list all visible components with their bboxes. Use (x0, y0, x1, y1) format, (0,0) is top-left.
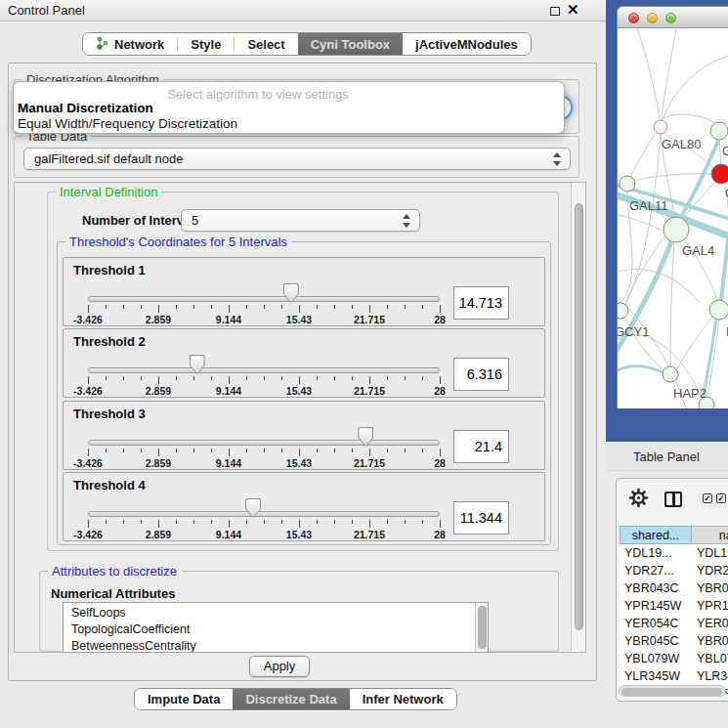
network-node[interactable] (620, 176, 635, 192)
numerical-attributes-list: SelfLoops TopologicalCoefficient Between… (63, 602, 489, 653)
dropdown-option-manual[interactable]: Manual Discretization (18, 101, 153, 115)
node-label: GCY1 (618, 324, 649, 339)
table-rows: YDL19...YDL19...YDR27...YDR27...YBR043CY… (620, 544, 728, 694)
bottom-tab-bar: Impute Data Discretize Data Infer Networ… (134, 688, 457, 710)
scrollbar-thumb[interactable] (478, 606, 487, 649)
columns-icon[interactable] (664, 492, 682, 507)
table-row[interactable]: YDL19...YDL19... (620, 544, 728, 562)
tab-label: Infer Network (363, 692, 444, 707)
tab-select[interactable]: Select (235, 33, 297, 55)
table-panel-title: Table Panel (633, 450, 700, 464)
cell-shared-name: YPR145W (624, 597, 692, 615)
node-label: GAL4 (682, 243, 714, 258)
cell-name: YDR27... (697, 562, 728, 579)
network-canvas: GAL80GACGAL11GAL4GCY1HHAP2 (617, 28, 728, 408)
list-scrollbar[interactable] (475, 603, 488, 652)
network-node[interactable] (618, 303, 628, 319)
cell-name: YPR145W (697, 597, 728, 615)
table-data-combo[interactable]: galFiltered.sif default node (23, 148, 571, 170)
gear-icon[interactable] (628, 488, 649, 512)
node-label: GAL11 (629, 198, 668, 213)
dropdown-prompt: Select algorithm to view settings (14, 87, 502, 102)
apply-button[interactable]: Apply (249, 656, 310, 677)
threshold-3-box: Threshold 3 -3.4262.8599.14415.4321.7152… (63, 401, 545, 470)
cell-name: YBR045C (697, 632, 728, 650)
cell-shared-name: YER054C (624, 615, 692, 632)
table-row[interactable]: YBR045CYBR045C (620, 632, 728, 650)
tab-discretize-data[interactable]: Discretize Data (233, 689, 349, 709)
node-label: HAP2 (673, 386, 707, 401)
numerical-attributes-label: Numerical Attributes (51, 586, 175, 601)
minimize-button[interactable] (647, 13, 658, 23)
list-item[interactable]: TopologicalCoefficient (64, 621, 488, 638)
float-window-icon[interactable] (550, 7, 560, 16)
cell-shared-name: YDL19... (624, 544, 692, 562)
number-of-intervals-combo[interactable]: 5 (181, 209, 420, 232)
threshold-1-box: Threshold 1 -3.4262.8599.14415.4321.7152… (63, 257, 545, 326)
right-dock: GAL80GACGAL11GAL4GCY1HHAP2 Table Panel (606, 0, 728, 728)
cell-shared-name: YLR345W (624, 667, 692, 685)
tab-label: Impute Data (148, 692, 220, 707)
group-title: Interval Definition (56, 185, 161, 199)
table-row[interactable]: YBL079WYBL079W (620, 650, 728, 667)
table-panel-header: Table Panel (606, 442, 728, 471)
table-row[interactable]: YLR345WYLR345W (620, 667, 728, 685)
network-node[interactable] (711, 164, 728, 184)
threshold-value-field[interactable]: 11.344 (453, 501, 509, 535)
tab-network[interactable]: Network (83, 33, 177, 55)
column-header-name[interactable]: name (692, 526, 728, 544)
node-label: GAL80 (662, 137, 701, 151)
list-item[interactable]: BetweennessCentrality (64, 638, 488, 653)
cell-name: YLR345W (697, 667, 728, 685)
tab-infer-network[interactable]: Infer Network (350, 689, 456, 709)
algorithm-dropdown-popup: Select algorithm to view settings Manual… (13, 81, 565, 134)
network-graph: GAL80GACGAL11GAL4GCY1HHAP2 (618, 28, 728, 408)
tab-cyni-toolbox[interactable]: Cyni Toolbox (298, 33, 403, 55)
threshold-value-field[interactable]: 6.316 (453, 358, 509, 391)
tab-label: Select (247, 37, 284, 52)
close-button[interactable] (628, 13, 639, 23)
table-row[interactable]: YDR27...YDR27... (620, 562, 728, 579)
dropdown-option-equal-width[interactable]: Equal Width/Frequency Discretization (18, 116, 237, 131)
stepper-icon (403, 214, 411, 228)
tab-impute-data[interactable]: Impute Data (135, 689, 233, 709)
cell-name: YBR043C (697, 579, 728, 597)
table-panel-widget: ✓ ✓ shared... name YDL19...YDL19...YDR27… (616, 478, 728, 702)
close-icon[interactable]: ✕ (567, 0, 579, 20)
list-item[interactable]: SelfLoops (64, 605, 488, 621)
cell-name: YBL079W (697, 650, 728, 667)
node-label: GA (722, 144, 728, 158)
scrollbar-thumb[interactable] (575, 203, 583, 630)
network-node[interactable] (654, 120, 667, 134)
scrollbar-thumb[interactable] (621, 688, 722, 696)
control-panel-titlebar: Control Panel ✕ (0, 0, 606, 21)
checkbox-icon[interactable]: ✓ (703, 493, 712, 503)
cell-shared-name: YBR045C (624, 632, 692, 650)
network-node[interactable] (664, 217, 689, 242)
stepper-icon (553, 152, 562, 166)
zoom-button[interactable] (665, 13, 676, 23)
table-row[interactable]: YBR043CYBR043C (620, 579, 728, 597)
network-node[interactable] (663, 366, 678, 382)
horizontal-scrollbar[interactable] (619, 685, 726, 697)
screen: Control Panel ✕ Network Style Select (0, 0, 728, 728)
column-header-shared-name[interactable]: shared... (620, 526, 692, 544)
table-row[interactable]: YER054CYER054C (620, 615, 728, 632)
network-node[interactable] (710, 122, 728, 140)
table-row[interactable]: YPR145WYPR145W (620, 597, 728, 615)
top-tab-bar: Network Style Select Cyni Toolbox jActiv… (82, 32, 532, 56)
network-view-window: GAL80GACGAL11GAL4GCY1HHAP2 (617, 6, 728, 408)
tab-style[interactable]: Style (178, 33, 234, 55)
checkbox-icon[interactable]: ✓ (716, 493, 726, 503)
vertical-scrollbar[interactable] (571, 183, 585, 652)
threshold-4-box: Threshold 4 -3.4262.8599.14415.4321.7152… (63, 472, 545, 541)
tab-label: Network (114, 37, 164, 52)
network-window-titlebar (617, 6, 728, 28)
threshold-2-box: Threshold 2 -3.4262.8599.14415.4321.7152… (63, 328, 545, 398)
threshold-value-field[interactable]: 14.713 (453, 286, 509, 320)
tab-jactivemnodules[interactable]: jActiveMNodules (403, 33, 531, 55)
network-node[interactable] (709, 300, 728, 320)
window-title: Control Panel (8, 3, 85, 18)
control-panel-window: Control Panel ✕ Network Style Select (0, 0, 606, 728)
threshold-value-field[interactable]: 21.4 (453, 430, 509, 463)
